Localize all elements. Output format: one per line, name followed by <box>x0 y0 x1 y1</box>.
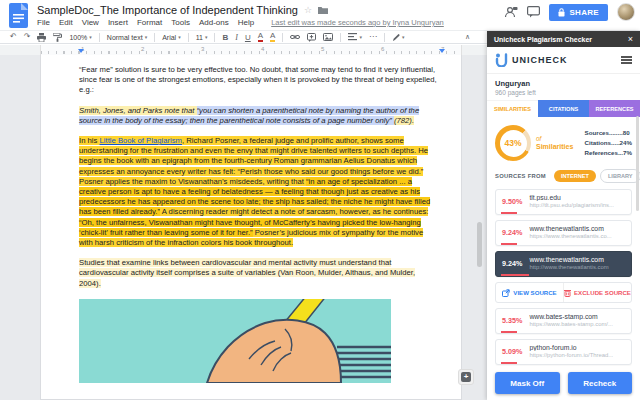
header-actions: SHARE <box>504 3 635 21</box>
little-book-link[interactable]: Little Book of Plagiarism <box>100 136 182 145</box>
last-edit-link[interactable]: Last edit was made seconds ago by Iryna … <box>271 18 444 27</box>
toolbar-divider <box>188 33 189 42</box>
docs-header: SampleDoc_The Importance of Independent … <box>0 0 640 30</box>
source-url: https://www.thenewatlantis.co... <box>529 233 611 239</box>
hand-pencil-illustration[interactable] <box>79 299 391 383</box>
unicheck-panel: Unicheck Plagiarism Checker × UNICHECK U… <box>487 31 640 400</box>
stat-citations: Citations.....24% <box>585 138 632 148</box>
font-select[interactable]: Arial ▾ <box>162 34 181 41</box>
insert-image-icon[interactable] <box>323 33 333 41</box>
print-icon[interactable] <box>37 33 46 42</box>
close-icon[interactable]: × <box>628 34 633 44</box>
presence-icon[interactable] <box>504 6 518 18</box>
highlighted-text-gold[interactable]: A discerning reader might detect a note … <box>160 207 428 216</box>
menu-addons[interactable]: Add-ons <box>199 18 229 27</box>
undo-icon[interactable]: ↶ <box>10 33 17 41</box>
menu-file[interactable]: File <box>37 18 50 27</box>
highlighted-text-yellow[interactable]: (782). <box>394 116 414 125</box>
menu-view[interactable]: View <box>82 18 99 27</box>
left-indent-marker[interactable] <box>78 49 84 53</box>
stat-references: References...7% <box>585 148 632 158</box>
paragraph-fear-me[interactable]: “Fear me” solution is sure to be very ef… <box>79 65 437 96</box>
highlighted-text-cream[interactable]: Studies that examine links between cardi… <box>79 258 415 287</box>
source-domain: tlt.psu.edu <box>529 194 613 201</box>
redo-icon[interactable]: ↷ <box>24 33 31 41</box>
menu-edit[interactable]: Edit <box>59 18 73 27</box>
chevron-down-icon: ▾ <box>205 35 208 40</box>
exclude-source-button[interactable]: EXCLUDE SOURCE <box>563 283 631 302</box>
italic-button[interactable]: I <box>235 33 238 42</box>
highlighted-text-yellow[interactable]: Smith, Jones, and Parks note that <box>79 106 197 115</box>
docs-logo-icon[interactable] <box>9 3 28 28</box>
menu-format[interactable]: Format <box>137 18 162 27</box>
tab-references[interactable]: REFERENCES <box>589 100 640 117</box>
source-info: tlt.psu.edu http://tlt.psu.edu/plagiaris… <box>529 194 613 208</box>
menu-icon[interactable] <box>621 55 632 66</box>
collapse-toolbar-icon[interactable]: ∧ <box>465 33 470 41</box>
paragraph-posner[interactable]: In his Little Book of Plagiarism, Richar… <box>79 136 437 248</box>
highlight-color-button[interactable]: A <box>270 32 275 42</box>
brand-row: UNICHECK <box>487 47 640 74</box>
comment-history-icon[interactable] <box>527 6 540 18</box>
unicheck-logo-icon <box>495 53 508 67</box>
panel-title: Unicheck Plagiarism Checker <box>494 36 592 43</box>
menu-tools[interactable]: Tools <box>171 18 190 27</box>
tab-similarities[interactable]: SIMILARITIES <box>487 100 538 117</box>
user-name: Unguryan <box>495 79 632 88</box>
source-domain: www.bates-stamp.com <box>529 313 612 320</box>
source-card[interactable]: 5.09% python-forum.io https://python-for… <box>495 339 632 365</box>
similarity-stats: 43% of Similarities Sources........80 Ci… <box>487 117 640 167</box>
source-domain: www.thenewatlantis.com <box>529 225 611 232</box>
ruler-track[interactable]: 1 2 3 4 5 6 7 <box>40 45 462 55</box>
view-source-button[interactable]: VIEW SOURCE <box>496 283 563 302</box>
menu-help[interactable]: Help <box>238 18 254 27</box>
underline-button[interactable]: U <box>245 33 251 42</box>
text-color-button[interactable]: A <box>258 32 263 42</box>
star-icon[interactable]: ☆ <box>304 5 312 15</box>
brand-name: UNICHECK <box>512 55 568 65</box>
right-indent-marker[interactable] <box>439 49 445 53</box>
source-percent: 9.50% <box>502 197 522 206</box>
add-comment-icon[interactable] <box>307 33 316 42</box>
user-avatar[interactable] <box>617 3 635 21</box>
panel-tabs: SIMILARITIES CITATIONS REFERENCES <box>487 100 640 117</box>
source-card-selected[interactable]: 9.24% www.thenewatlantis.com http://www.… <box>495 251 632 277</box>
filter-library[interactable]: LIBRARY <box>600 169 640 183</box>
paragraph-citation-example[interactable]: Smith, Jones, and Parks note that “you c… <box>79 106 437 126</box>
paragraph-style-select[interactable]: Normal text ▾ <box>107 34 147 41</box>
title-row: SampleDoc_The Importance of Independent … <box>37 4 328 16</box>
toolbar-divider <box>214 33 215 42</box>
align-icon[interactable]: ▾ <box>348 33 362 41</box>
highlighted-text-gold[interactable]: In his <box>79 136 100 145</box>
filter-internet[interactable]: INTERNET <box>554 170 596 182</box>
style-value: Normal text <box>107 34 143 41</box>
source-info: www.bates-stamp.com https://www.bates-st… <box>529 313 612 327</box>
folder-icon[interactable] <box>318 6 328 14</box>
source-percent: 5.09% <box>502 347 522 356</box>
toolbar-divider <box>99 33 100 42</box>
menu-bar: File Edit View Insert Format Tools Add-o… <box>37 18 444 27</box>
insert-link-icon[interactable] <box>290 33 300 41</box>
zoom-select[interactable]: 100% ▾ <box>69 34 91 41</box>
more-options-icon[interactable]: ⋯ <box>369 33 377 41</box>
share-button[interactable]: SHARE <box>549 4 608 21</box>
document-title[interactable]: SampleDoc_The Importance of Independent … <box>37 4 298 16</box>
paint-format-icon[interactable] <box>53 33 62 42</box>
document-page[interactable]: “Fear me” solution is sure to be very ef… <box>40 55 462 400</box>
recheck-button[interactable]: Recheck <box>568 372 633 394</box>
source-card[interactable]: 9.50% tlt.psu.edu http://tlt.psu.edu/pla… <box>495 189 632 215</box>
panel-scrollbar[interactable] <box>636 116 639 211</box>
toolbar-divider <box>282 33 283 42</box>
zoom-value: 100% <box>69 34 87 41</box>
tab-citations[interactable]: CITATIONS <box>538 100 589 117</box>
bold-button[interactable]: B <box>222 33 228 42</box>
font-size-select[interactable]: 11 ▾ <box>196 34 208 41</box>
mask-off-button[interactable]: Mask Off <box>495 372 560 394</box>
menu-insert[interactable]: Insert <box>108 18 128 27</box>
explore-button[interactable]: + <box>458 369 474 385</box>
source-card[interactable]: 5.35% www.bates-stamp.com https://www.ba… <box>495 308 632 334</box>
paragraph-studies[interactable]: Studies that examine links between cardi… <box>79 258 437 289</box>
source-card[interactable]: 9.24% www.thenewatlantis.com https://www… <box>495 220 632 246</box>
editing-mode-icon[interactable]: ▾ <box>392 33 405 42</box>
document-scrollbar[interactable] <box>477 222 482 267</box>
